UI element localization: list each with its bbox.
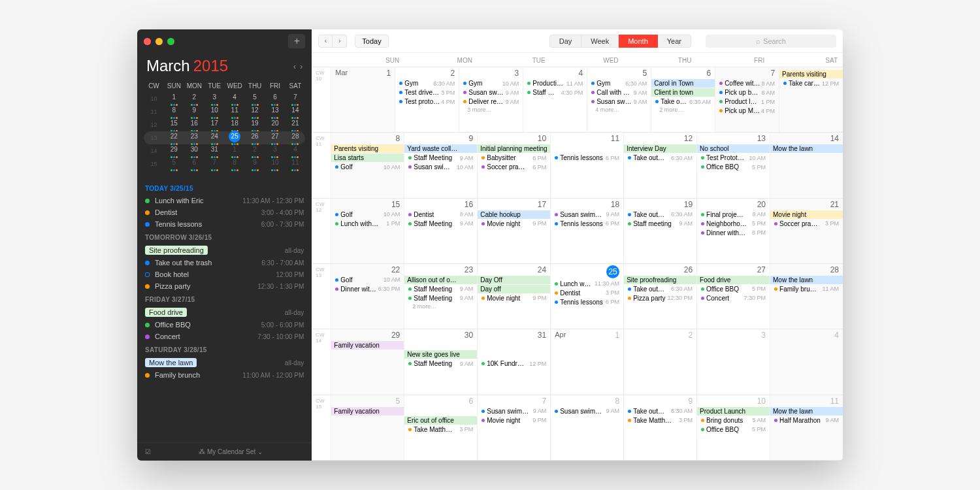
day-cell[interactable]: 12Interview DayTake out…6:30 AM	[624, 133, 697, 197]
event-bar[interactable]: Interview Day	[624, 144, 696, 153]
add-event-button[interactable]: +	[288, 34, 305, 48]
event[interactable]: Take out…6:30 AM	[627, 285, 694, 293]
agenda-list[interactable]: TODAY 3/25/15Lunch with Eric11:30 AM - 1…	[137, 177, 312, 442]
event-bar[interactable]: Site proofreading	[624, 276, 696, 284]
agenda-item[interactable]: Take out the trash6:30 - 7:00 AM	[145, 257, 304, 269]
event[interactable]: Staff Meeting9 AM	[407, 220, 474, 228]
event[interactable]: Soccer pra…6 PM	[480, 163, 547, 171]
event[interactable]: Bring donuts5 AM	[700, 416, 767, 425]
agenda-item[interactable]: Family brunch11:00 AM - 12:00 PM	[145, 369, 304, 381]
event-bar[interactable]: Mow the lawn	[770, 407, 843, 416]
event[interactable]: Golf10 AM	[334, 276, 401, 284]
event[interactable]: Susan swim…9 AM	[553, 407, 621, 416]
day-cell[interactable]: 2Gym6:30 AMTest drive T…3 PMTest prototy…	[395, 67, 459, 132]
more-link[interactable]: 4 more…	[590, 106, 648, 113]
event[interactable]: Susan swi…10 AM	[407, 163, 474, 171]
mini-day[interactable]: 10	[265, 157, 286, 172]
event[interactable]: Pizza party12:30 PM	[627, 294, 694, 302]
mini-day[interactable]: 7	[204, 157, 225, 172]
agenda-item[interactable]: Tennis lessons6:00 - 7:30 PM	[145, 218, 304, 230]
event[interactable]: Susan swim…9 AM	[462, 88, 520, 97]
event[interactable]: 10K Fundr…12 PM	[480, 359, 547, 368]
event[interactable]: Movie night9 PM	[480, 416, 547, 425]
event[interactable]: Test drive T…3 PM	[398, 88, 456, 97]
event[interactable]: Take out…6:30 AM	[627, 154, 694, 162]
event[interactable]: Movie night9 PM	[480, 294, 547, 302]
agenda-item[interactable]: Mow the lawnall-day	[145, 356, 304, 369]
day-cell[interactable]: 7Susan swim…9 AMMovie night9 PM	[478, 395, 551, 460]
event-bar[interactable]: No school	[697, 144, 770, 153]
day-cell[interactable]: Apr1	[551, 329, 624, 394]
reminders-icon[interactable]: ☑	[145, 448, 151, 455]
event[interactable]: Production…11 AM	[526, 79, 584, 88]
day-cell[interactable]: 24Day OffDay offMovie night9 PM	[478, 264, 551, 329]
month-grid[interactable]: CW 10Mar12Gym6:30 AMTest drive T…3 PMTes…	[312, 67, 843, 461]
event-bar[interactable]: Movie night	[770, 210, 843, 219]
event[interactable]: Office BBQ5 PM	[700, 163, 767, 171]
event-bar[interactable]: Client in town	[651, 88, 715, 97]
event[interactable]: Take Matth…3 PM	[407, 425, 474, 434]
close-icon[interactable]	[144, 38, 151, 45]
event[interactable]: Tennis lessons6 PM	[553, 220, 621, 228]
day-cell[interactable]: 5Family vacation	[331, 395, 404, 460]
next-month-icon[interactable]: ›	[300, 61, 302, 71]
view-day[interactable]: Day	[549, 35, 582, 48]
event[interactable]: Call with m…9 AM	[590, 88, 648, 97]
next-button[interactable]: ›	[333, 35, 347, 48]
view-month[interactable]: Month	[619, 35, 658, 48]
calendar-set-label[interactable]: My Calendar Set	[207, 448, 255, 455]
day-cell[interactable]: 28Mow the lawnFamily bru…11 AM	[770, 264, 843, 329]
day-cell[interactable]: 4Production…11 AMStaff mee…4:30 PM	[523, 67, 587, 132]
event[interactable]: Take Matth…3 PM	[627, 416, 694, 425]
event[interactable]: Final proje…8 AM	[700, 210, 767, 219]
event[interactable]: Susan swim…9 AM	[553, 210, 621, 219]
day-cell[interactable]: 19Take out…6:30 AMStaff meeting9 AM	[624, 199, 697, 263]
event[interactable]: Take out…6:30 AM	[627, 210, 694, 219]
day-cell[interactable]: 9Take out…6:30 AMTake Matth…3 PM	[624, 395, 697, 460]
event[interactable]: Dentist8 AM	[407, 210, 474, 219]
day-cell[interactable]: 18Susan swim…9 AMTennis lessons6 PM	[551, 199, 624, 263]
day-cell[interactable]: 15Golf10 AMLunch with…1 PM	[331, 199, 404, 263]
day-cell[interactable]: 27Food driveOffice BBQ5 PMConcert7:30 PM	[697, 264, 770, 329]
event-bar[interactable]: Family vacation	[331, 407, 404, 416]
today-button[interactable]: Today	[355, 35, 388, 48]
day-cell[interactable]: 29Family vacation	[331, 329, 404, 394]
event-bar[interactable]: Eric out of office	[404, 416, 477, 425]
event[interactable]: Pick up bagels8 AM	[718, 88, 776, 97]
event[interactable]: Dinner with…8 PM	[700, 229, 767, 237]
more-link[interactable]: 2 more…	[654, 106, 712, 113]
day-cell[interactable]: 3110K Fundr…12 PM	[478, 329, 551, 394]
day-cell[interactable]: 4	[770, 329, 843, 394]
prev-month-icon[interactable]: ‹	[293, 61, 296, 71]
day-cell[interactable]: 6Carol in TownClient in townTake out…6:3…	[651, 67, 715, 132]
more-link[interactable]: 3 more…	[462, 106, 520, 113]
day-cell[interactable]: 5Gym6:30 AMCall with m…9 AMSusan swim…9 …	[587, 67, 651, 132]
view-week[interactable]: Week	[581, 35, 619, 48]
day-cell[interactable]: 23Allison out of o…Staff Meeting9 AMStaf…	[404, 264, 478, 329]
event-bar[interactable]: Initial planning meeting	[478, 144, 551, 153]
event-bar[interactable]: Cable hookup	[478, 210, 550, 219]
day-cell[interactable]: 21Movie nightSoccer pra…3 PM	[770, 199, 843, 263]
mini-day[interactable]: 11	[285, 157, 305, 172]
day-cell[interactable]: 14Mow the lawn	[770, 133, 843, 197]
event[interactable]: Concert7:30 PM	[700, 294, 767, 302]
event-bar[interactable]: Parents visiting	[331, 144, 404, 153]
event[interactable]: Lunch w…11:30 AM	[553, 280, 621, 288]
day-cell[interactable]: 26Site proofreadingTake out…6:30 AMPizza…	[624, 264, 697, 329]
event[interactable]: Susan swim…9 AM	[480, 407, 547, 416]
event-bar[interactable]: Carol in Town	[651, 79, 715, 88]
minimize-icon[interactable]	[155, 38, 163, 45]
event-bar[interactable]: Product Launch	[697, 407, 770, 416]
mini-calendar[interactable]: CWSUNMONTUEWEDTHUFRISAT10123456711891011…	[137, 76, 312, 177]
event[interactable]: Lunch with…1 PM	[334, 220, 401, 228]
event-bar[interactable]: New site goes live	[404, 350, 478, 359]
day-cell[interactable]: 22Golf10 AMDinner wit…6:30 PM	[331, 264, 404, 329]
day-cell[interactable]: 7Coffee with…8 AMPick up bagels8 AMProdu…	[715, 67, 779, 132]
day-cell[interactable]: 3	[697, 329, 770, 394]
day-cell[interactable]: Mar1	[331, 67, 395, 132]
day-cell[interactable]: 10Initial planning meetingBabysitter6 PM…	[478, 133, 551, 197]
event-bar[interactable]: Lisa starts	[331, 154, 404, 162]
event[interactable]: Gym6:30 AM	[590, 79, 648, 88]
event[interactable]: Staff meeting9 AM	[627, 220, 694, 228]
day-cell[interactable]: 8Susan swim…9 AM	[551, 395, 624, 460]
